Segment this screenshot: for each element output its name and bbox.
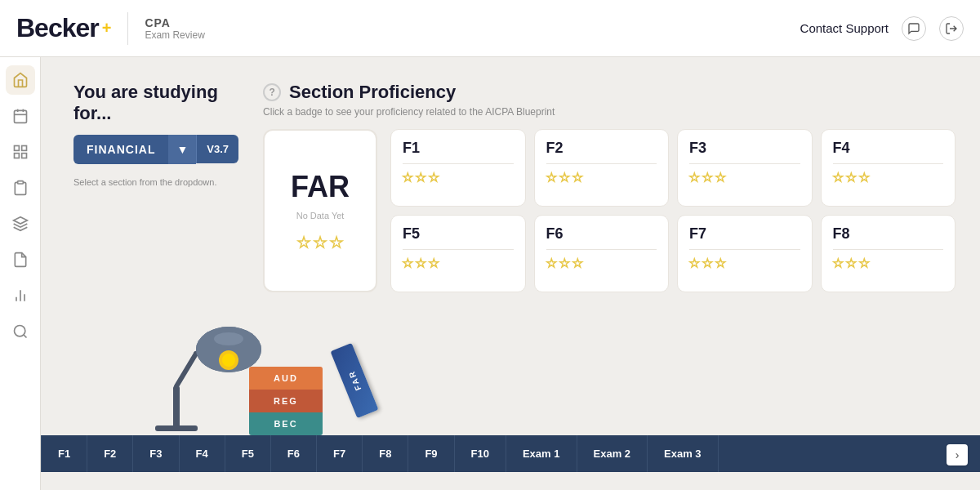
dropdown-arrow-button[interactable]: ▼ — [168, 135, 196, 164]
section-code-f1: F1 — [403, 140, 420, 157]
sidebar-item-document[interactable] — [6, 245, 35, 274]
header-divider — [127, 12, 128, 45]
product-name: CPA — [145, 16, 204, 29]
sidebar-item-layers[interactable] — [6, 209, 35, 238]
tab-f5[interactable]: F5 — [225, 435, 271, 472]
product-sub: Exam Review — [145, 29, 204, 41]
tab-f6[interactable]: F6 — [271, 435, 317, 472]
tab-exam1[interactable]: Exam 1 — [506, 435, 577, 472]
section-card-f2[interactable]: F2 ★ ★ ★ — [534, 129, 669, 207]
sidebar-item-search[interactable] — [6, 317, 35, 346]
help-icon[interactable]: ? — [263, 83, 281, 101]
far-book-tilted: FAR — [331, 343, 379, 418]
dropdown-hint: Select a section from the dropdown. — [74, 177, 238, 187]
tab-f3[interactable]: F3 — [133, 435, 179, 472]
section-card-f8[interactable]: F8 ★ ★ ★ — [821, 215, 956, 292]
studying-label: You are studying for... — [74, 82, 238, 125]
divider — [403, 249, 513, 250]
logo-text: Becker — [16, 13, 99, 43]
svg-rect-7 — [21, 154, 26, 158]
far-stars: ★ ★ ★ — [297, 234, 343, 252]
section-code-f2: F2 — [546, 140, 564, 157]
section-card-f6[interactable]: F6 ★ ★ ★ — [534, 215, 669, 292]
sections-grid: F1 ★ ★ ★ F2 — [390, 129, 956, 292]
divider — [833, 249, 944, 250]
sidebar-item-grid[interactable] — [6, 137, 35, 167]
section-card-f7[interactable]: F7 ★ ★ ★ — [677, 215, 812, 292]
divider — [403, 163, 513, 164]
divider — [546, 163, 657, 164]
divider — [546, 249, 657, 250]
logout-icon[interactable] — [939, 16, 964, 41]
section-dropdown-button[interactable]: FINANCIAL — [74, 135, 168, 164]
tab-exam3[interactable]: Exam 3 — [648, 435, 719, 472]
chat-icon[interactable] — [902, 16, 926, 41]
svg-line-14 — [23, 335, 26, 338]
sidebar-item-chart[interactable] — [6, 281, 35, 310]
tab-f8[interactable]: F8 — [363, 435, 408, 472]
lamp-illustration — [106, 305, 270, 435]
book-bec: BEC — [249, 412, 323, 435]
proficiency-area: FAR No Data Yet ★ ★ ★ F1 — [263, 129, 956, 292]
version-badge: V3.7 — [196, 135, 238, 163]
top-section: You are studying for... FINANCIAL ▼ V3.7… — [74, 82, 956, 292]
studying-for: You are studying for... FINANCIAL ▼ V3.7… — [74, 82, 238, 187]
svg-line-17 — [176, 354, 196, 386]
section-code-f8: F8 — [833, 225, 850, 243]
far-title: FAR — [291, 170, 350, 204]
contact-support-link[interactable]: Contact Support — [800, 21, 889, 35]
tab-f9[interactable]: F9 — [408, 435, 454, 472]
main-content: You are studying for... FINANCIAL ▼ V3.7… — [41, 57, 980, 490]
section-code-f3: F3 — [689, 140, 706, 157]
svg-rect-0 — [14, 110, 26, 122]
section-stars-f8: ★ ★ ★ — [833, 256, 870, 270]
sidebar-item-clipboard[interactable] — [6, 173, 35, 203]
section-card-f1[interactable]: F1 ★ ★ ★ — [390, 129, 525, 207]
section-dropdown-group: FINANCIAL ▼ V3.7 — [74, 135, 238, 164]
section-card-f3[interactable]: F3 ★ ★ ★ — [677, 129, 812, 207]
books-stack: AUD REG BEC — [249, 367, 323, 435]
far-badge[interactable]: FAR No Data Yet ★ ★ ★ — [263, 129, 377, 292]
far-star-3: ★ — [330, 234, 343, 252]
sidebar-item-calendar[interactable] — [6, 101, 35, 131]
section-stars-f7: ★ ★ ★ — [689, 256, 726, 270]
divider — [833, 163, 944, 164]
section-proficiency-subtitle: Click a badge to see your proficiency re… — [263, 106, 956, 118]
section-code-f4: F4 — [833, 140, 850, 157]
product-info: CPA Exam Review — [145, 16, 204, 41]
svg-rect-4 — [14, 146, 19, 151]
tab-f7[interactable]: F7 — [317, 435, 363, 472]
far-no-data: No Data Yet — [296, 211, 345, 220]
tab-exam2[interactable]: Exam 2 — [577, 435, 648, 472]
svg-rect-16 — [155, 425, 198, 431]
section-stars-f3: ★ ★ ★ — [689, 171, 726, 184]
tab-f4[interactable]: F4 — [180, 435, 225, 472]
scroll-right-arrow[interactable]: › — [947, 444, 968, 466]
svg-rect-8 — [17, 181, 23, 184]
header: Becker + CPA Exam Review Contact Support — [0, 0, 980, 57]
section-stars-f4: ★ ★ ★ — [833, 171, 870, 184]
tab-f10[interactable]: F10 — [455, 435, 506, 472]
section-title-row: ? Section Proficiency — [263, 82, 956, 103]
svg-rect-6 — [14, 154, 19, 158]
logo: Becker + — [16, 13, 111, 43]
header-right: Contact Support — [800, 16, 964, 41]
section-stars-f2: ★ ★ ★ — [546, 171, 583, 184]
section-card-f5[interactable]: F5 ★ ★ ★ — [390, 215, 525, 292]
section-stars-f1: ★ ★ ★ — [403, 171, 439, 184]
tab-f1[interactable]: F1 — [41, 435, 87, 472]
svg-point-13 — [14, 326, 24, 336]
section-stars-f5: ★ ★ ★ — [403, 256, 439, 270]
section-card-f4[interactable]: F4 ★ ★ ★ — [821, 129, 956, 207]
svg-marker-9 — [13, 217, 27, 224]
layout: You are studying for... FINANCIAL ▼ V3.7… — [0, 57, 980, 490]
svg-rect-15 — [173, 386, 180, 431]
tab-f2[interactable]: F2 — [87, 435, 133, 472]
far-star-2: ★ — [314, 234, 327, 252]
sidebar-item-home[interactable] — [6, 65, 35, 95]
section-proficiency: ? Section Proficiency Click a badge to s… — [263, 82, 956, 292]
svg-point-21 — [214, 332, 243, 345]
svg-point-23 — [222, 354, 235, 367]
section-proficiency-title: Section Proficiency — [289, 82, 456, 103]
section-stars-f6: ★ ★ ★ — [546, 256, 583, 270]
